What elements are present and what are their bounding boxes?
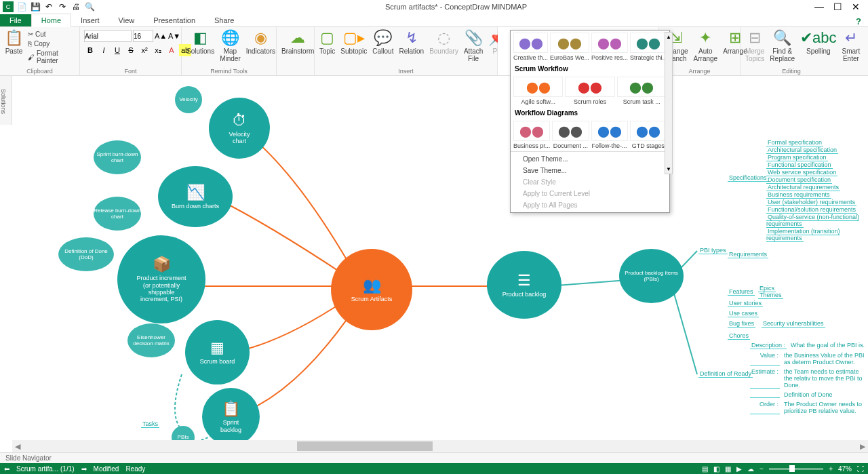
node-velocity[interactable]: Velocity — [175, 86, 202, 113]
gallery-item[interactable]: ⬤⬤Scrum task ... — [617, 77, 667, 105]
status-view2[interactable]: ◧ — [713, 465, 719, 473]
spec-item[interactable]: Architectural requirements — [766, 184, 868, 191]
link-pbi-types[interactable]: PBI types — [698, 247, 728, 254]
spec-item[interactable]: Quality-of-service (non-functional) requ… — [766, 214, 868, 227]
tab-share[interactable]: Share — [205, 14, 243, 26]
spec-item[interactable]: User (stakeholder) requirements — [766, 199, 868, 205]
status-view3[interactable]: ▦ — [725, 465, 731, 473]
gallery-item[interactable]: ⬤⬤Business pr... — [513, 121, 550, 149]
scroll-left-button[interactable]: ◀ — [12, 442, 23, 451]
boundary-button[interactable]: ◌Boundary — [427, 28, 460, 56]
gallery-scrollbar[interactable]: ▲▼ — [665, 32, 673, 174]
zoom-out-button[interactable]: − — [760, 465, 764, 473]
font-name-select[interactable] — [84, 30, 132, 42]
status-next[interactable]: ➡ — [81, 465, 87, 473]
bold-button[interactable]: B — [84, 44, 96, 56]
spec-item[interactable]: Document specification — [766, 176, 868, 183]
tab-insert[interactable]: Insert — [71, 14, 109, 26]
node-product-backlog[interactable]: ☰Product backlog — [487, 251, 561, 319]
node-scrum-board[interactable]: ▦Scrum board — [185, 320, 250, 384]
spec-item[interactable]: Formal specification — [766, 139, 868, 146]
link-features[interactable]: Features — [728, 288, 755, 295]
qat-undo[interactable]: ↶ — [43, 1, 54, 12]
link-requirements[interactable]: Requirements — [728, 251, 768, 258]
mindmap-canvas[interactable]: 👥 Scrum Artifacts Velocity ⏱Velocity cha… — [12, 76, 868, 440]
qat-new[interactable]: 📄 — [16, 1, 27, 12]
shrink-font-button[interactable]: A▼ — [168, 30, 180, 42]
scrollbar-thumb[interactable] — [297, 441, 433, 451]
apply-all-menuitem[interactable]: Apply to All Pages — [511, 199, 669, 211]
link-dor[interactable]: Definition of Ready — [698, 370, 753, 377]
qat-redo[interactable]: ↷ — [57, 1, 68, 12]
qat-print[interactable]: 🖨 — [71, 1, 81, 12]
node-product-increment[interactable]: 📦Product increment (or potentially shipp… — [117, 235, 205, 323]
font-size-select[interactable] — [133, 30, 153, 42]
tab-file[interactable]: File — [0, 14, 31, 26]
zoom-in-button[interactable]: + — [829, 465, 833, 473]
gallery-item[interactable]: ⬤⬤Agile softw... — [513, 77, 563, 105]
solutions-button[interactable]: ◧Solutions — [184, 28, 216, 56]
gallery-item[interactable]: ⬤⬤Document ... — [552, 121, 589, 149]
status-view1[interactable]: ▤ — [702, 465, 708, 473]
horizontal-scrollbar[interactable]: ◀ ▶ — [12, 440, 868, 452]
qat-save[interactable]: 💾 — [30, 1, 41, 12]
status-cloud[interactable]: ☁ — [747, 465, 754, 473]
cut-button[interactable]: ✂ Cut — [26, 30, 77, 39]
solutions-sidebar-tab[interactable]: Solutions — [0, 76, 12, 125]
spec-item[interactable]: Functional specification — [766, 161, 868, 168]
paste-button[interactable]: 📋Paste — [3, 28, 25, 56]
merge-topics-button[interactable]: ⊟Merge Topics — [743, 28, 766, 64]
relation-button[interactable]: ↯Relation — [397, 28, 426, 56]
italic-button[interactable]: I — [98, 44, 110, 56]
minimize-button[interactable]: — — [814, 1, 824, 12]
underline-button[interactable]: U — [111, 44, 123, 56]
node-burndown-charts[interactable]: 📉Burn down charts — [158, 166, 233, 227]
link-bug-fixes[interactable]: Bug fixes — [728, 320, 755, 327]
indicators-button[interactable]: ◉Indicators — [244, 28, 277, 56]
gallery-item[interactable]: ⬤⬤Strategic thi... — [630, 33, 667, 61]
node-dod[interactable]: Definition of Done (DoD) — [58, 237, 114, 271]
scroll-right-button[interactable]: ▶ — [857, 442, 868, 451]
node-eisenhower[interactable]: Eisenhower decision matrix — [127, 323, 175, 357]
open-theme-menuitem[interactable]: Open Theme... — [511, 153, 669, 165]
node-pbis[interactable]: Product backlog items (PBIs) — [619, 249, 684, 303]
spelling-button[interactable]: ✔abcSpelling — [798, 28, 838, 56]
gallery-item[interactable]: ⬤⬤Scrum roles — [565, 77, 614, 105]
node-pbis-small[interactable]: PBIs — [172, 426, 195, 440]
tab-view[interactable]: View — [109, 14, 144, 26]
sub-button[interactable]: x₂ — [152, 44, 164, 56]
copy-button[interactable]: ⎘ Copy — [26, 39, 77, 48]
qat-preview[interactable]: 🔍 — [84, 1, 95, 12]
topic-button[interactable]: ▢Topic — [317, 28, 337, 56]
spec-item[interactable]: Functional/solution requirements — [766, 206, 868, 213]
smart-enter-button[interactable]: ↵Smart Enter — [840, 28, 863, 64]
apply-level-menuitem[interactable]: Apply to Current Level — [511, 188, 669, 199]
node-scrum-artifacts[interactable]: 👥 Scrum Artifacts — [331, 249, 412, 330]
link-use-cases[interactable]: Use cases — [728, 310, 759, 317]
maximize-button[interactable]: ☐ — [833, 1, 842, 12]
zoom-slider[interactable] — [769, 468, 823, 470]
status-prev[interactable]: ⬅ — [4, 465, 9, 473]
dor-row[interactable]: Description :What the goal of the PBI is… — [750, 342, 868, 349]
format-painter-button[interactable]: 🖌 Format Painter — [26, 49, 77, 65]
link-chores[interactable]: Chores — [728, 332, 750, 339]
node-release-burndown[interactable]: Release burn-down chart — [94, 197, 141, 231]
font-color-button[interactable]: A — [165, 44, 178, 56]
feature-item[interactable]: Themes — [758, 292, 783, 298]
gallery-item[interactable]: ⬤⬤EuroBas We... — [550, 33, 589, 61]
dor-row[interactable]: Definition of Done — [750, 391, 868, 398]
save-theme-menuitem[interactable]: Save Theme... — [511, 165, 669, 176]
gallery-item[interactable]: ⬤⬤GTD stages — [630, 121, 667, 149]
subtopic-button[interactable]: ▢▸Subtopic — [338, 28, 369, 56]
gallery-item[interactable]: ⬤⬤Follow-the-... — [591, 121, 628, 149]
tab-presentation[interactable]: Presentation — [144, 14, 205, 26]
zoom-fit-button[interactable]: ⛶ — [857, 465, 864, 473]
clear-style-menuitem[interactable]: Clear Style — [511, 176, 669, 188]
spec-item[interactable]: Business requirements — [766, 191, 868, 198]
status-play[interactable]: ▶ — [736, 465, 742, 473]
super-button[interactable]: x² — [138, 44, 151, 56]
dor-row[interactable]: Order :The Product Owner needs to priori… — [750, 401, 868, 414]
find-replace-button[interactable]: 🔍Find & Replace — [768, 28, 797, 64]
dor-row[interactable]: Estimate :the Team needs to estimate the… — [750, 368, 868, 389]
spec-item[interactable]: Implementation (transition) requirements — [766, 228, 868, 241]
